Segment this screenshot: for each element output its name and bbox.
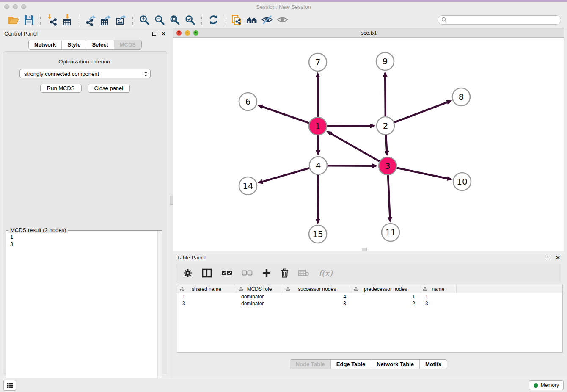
graph-node-15[interactable]: 15	[309, 225, 327, 243]
tab-style[interactable]: Style	[62, 40, 86, 49]
memory-button[interactable]: Memory	[529, 380, 564, 390]
graph-edge-3-11[interactable]	[388, 175, 390, 218]
tab-edge-table[interactable]: Edge Table	[331, 360, 371, 369]
tab-node-table[interactable]: Node Table	[290, 360, 331, 369]
node-table-body: 1dominator4113dominator323	[177, 293, 562, 307]
zoom-out-icon[interactable]	[153, 14, 166, 26]
eye-slash-icon[interactable]	[261, 14, 273, 26]
close-table-panel-icon[interactable]: ✕	[556, 255, 560, 260]
toolbar-separator	[225, 14, 225, 26]
column-header-name[interactable]: name	[420, 285, 457, 293]
float-table-panel-icon[interactable]	[547, 256, 550, 259]
export-table-icon[interactable]	[99, 14, 112, 26]
select-all-checkbox-icon[interactable]	[221, 270, 232, 276]
graph-edge-2-9[interactable]	[385, 76, 385, 116]
network-graph-canvas[interactable]: 7968124314101511	[173, 38, 564, 251]
graph-edge-1-6[interactable]	[261, 106, 309, 123]
graph-node-7[interactable]: 7	[309, 53, 327, 71]
export-network-icon[interactable]	[84, 14, 97, 26]
open-session-icon[interactable]	[7, 14, 20, 26]
table-row[interactable]: 3dominator323	[177, 300, 562, 307]
edge-arrowhead-icon	[388, 217, 392, 223]
column-header-MCDS-role[interactable]: MCDS role	[236, 285, 283, 293]
graph-node-11[interactable]: 11	[382, 224, 399, 241]
tab-network[interactable]: Network	[29, 40, 62, 49]
table-row[interactable]: 1dominator411	[177, 293, 562, 300]
mcds-result-scrollbar[interactable]	[157, 231, 162, 389]
run-mcds-button[interactable]: Run MCDS	[40, 84, 82, 93]
table-cell[interactable]: dominator	[236, 293, 283, 300]
toolbar-separator	[201, 14, 202, 26]
graph-edge-3-10[interactable]	[397, 168, 448, 179]
graph-node-14[interactable]: 14	[239, 177, 257, 195]
zoom-in-icon[interactable]	[138, 14, 151, 26]
edge-arrowhead-icon	[316, 72, 320, 77]
graph-node-1[interactable]: 1	[309, 117, 327, 135]
add-column-icon[interactable]	[262, 268, 271, 278]
search-box[interactable]	[438, 15, 561, 25]
optimization-criterion-dropdown[interactable]: strongly connected component	[19, 69, 151, 78]
control-panel-header: Control Panel ✕	[0, 28, 170, 39]
graph-edge-2-3[interactable]	[386, 135, 387, 152]
import-network-icon[interactable]	[46, 14, 58, 26]
dropdown-value: strongly connected component	[24, 71, 99, 77]
network-window-titlebar[interactable]: ✕ − + scc.txt	[173, 28, 564, 38]
search-input[interactable]	[449, 17, 557, 23]
table-cell[interactable]: dominator	[236, 300, 283, 307]
graph-edge-3-1[interactable]	[330, 133, 380, 161]
graph-edge-4-14[interactable]	[262, 168, 309, 182]
refresh-layout-icon[interactable]	[207, 14, 220, 26]
column-header-label: name	[432, 286, 444, 292]
svg-text:6: 6	[245, 97, 251, 107]
table-cell[interactable]: 4	[283, 293, 351, 300]
network-splitter-handle[interactable]	[362, 248, 367, 251]
svg-text:9: 9	[383, 56, 388, 66]
tab-select[interactable]: Select	[86, 40, 114, 49]
deselect-all-checkbox-icon[interactable]	[242, 270, 253, 276]
graph-node-9[interactable]: 9	[376, 52, 394, 70]
column-header-successor-nodes[interactable]: successor nodes	[283, 285, 351, 293]
node-table-header: shared name MCDS role successor nodes pr…	[177, 285, 562, 293]
network-overview-icon[interactable]	[245, 14, 258, 26]
table-cell[interactable]: 1	[351, 293, 420, 300]
app-titlebar: Session: New Session	[0, 2, 567, 12]
table-cell[interactable]: 3	[420, 300, 457, 307]
svg-text:2: 2	[383, 121, 388, 131]
column-header-predecessor-nodes[interactable]: predecessor nodes	[351, 285, 420, 293]
tab-motifs[interactable]: Motifs	[420, 360, 447, 369]
graph-node-4[interactable]: 4	[309, 157, 327, 174]
export-image-icon[interactable]	[115, 14, 127, 26]
table-cell[interactable]: 3	[177, 300, 236, 307]
column-header-shared-name[interactable]: shared name	[177, 285, 236, 293]
save-session-icon[interactable]	[22, 14, 35, 26]
graph-node-3[interactable]: 3	[379, 157, 396, 175]
tab-network-table[interactable]: Network Table	[371, 360, 420, 369]
graph-node-10[interactable]: 10	[453, 173, 471, 190]
close-panel-button[interactable]: Close panel	[88, 84, 130, 93]
float-panel-icon[interactable]	[152, 32, 156, 36]
table-cell[interactable]: 2	[351, 300, 420, 307]
status-bar: Memory	[0, 378, 567, 392]
close-panel-icon[interactable]: ✕	[161, 31, 166, 36]
table-cell[interactable]: 1	[177, 293, 236, 300]
tab-mcds[interactable]: MCDS	[114, 40, 141, 49]
settings-gear-icon[interactable]	[183, 268, 193, 278]
graph-edge-4-15[interactable]	[318, 175, 318, 220]
manage-networks-icon[interactable]	[230, 14, 243, 26]
column-header-label: MCDS role	[247, 286, 272, 292]
import-table-icon[interactable]	[61, 14, 74, 26]
eye-icon[interactable]	[276, 14, 289, 26]
graph-edge-2-8[interactable]	[394, 102, 448, 122]
graph-node-8[interactable]: 8	[452, 88, 470, 106]
task-history-button[interactable]	[3, 380, 16, 391]
graph-node-6[interactable]: 6	[239, 93, 257, 110]
graph-edge-4-3[interactable]	[328, 166, 373, 166]
table-cell[interactable]: 3	[283, 300, 351, 307]
graph-node-2[interactable]: 2	[377, 117, 394, 135]
delete-column-icon[interactable]	[281, 268, 289, 278]
toggle-columns-icon[interactable]	[202, 268, 212, 278]
zoom-selected-icon[interactable]	[184, 14, 196, 26]
table-cell[interactable]: 1	[420, 293, 457, 300]
zoom-fit-icon[interactable]	[168, 14, 181, 26]
graph-edge-1-2[interactable]	[327, 126, 371, 126]
